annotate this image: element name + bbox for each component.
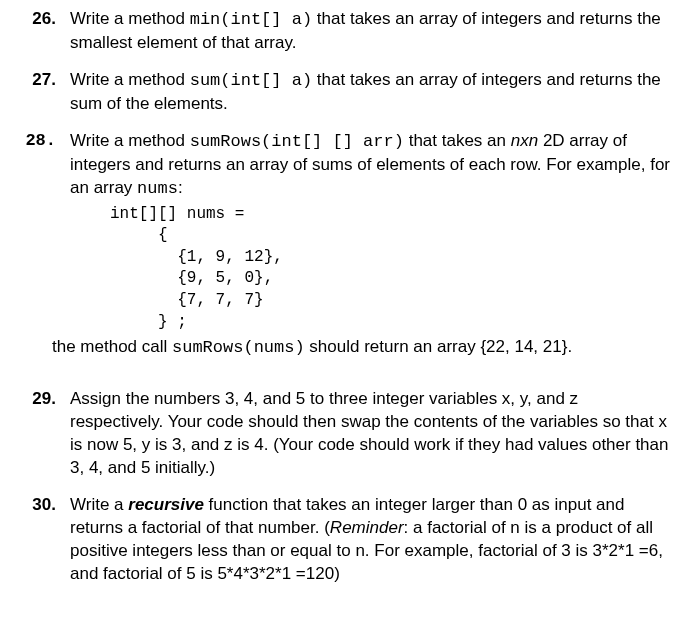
text: Write a	[70, 495, 128, 514]
question-number: 26.	[24, 8, 70, 55]
text: Write a method	[70, 70, 190, 89]
bold-italic-text: recursive	[128, 495, 204, 514]
question-number: 29.	[24, 388, 70, 480]
spacer	[24, 374, 676, 388]
question-27: 27. Write a method sum(int[] a) that tak…	[24, 69, 676, 116]
text: should return an array {22, 14, 21}.	[305, 337, 572, 356]
question-body: Assign the numbers 3, 4, and 5 to three …	[70, 388, 676, 480]
question-number: 27.	[24, 69, 70, 116]
inline-code: nums	[137, 179, 178, 198]
question-body: Write a method min(int[] a) that takes a…	[70, 8, 676, 55]
inline-code: sum(int[] a)	[190, 71, 312, 90]
inline-code: sumRows(int[] [] arr)	[190, 132, 404, 151]
code-block: int[][] nums = { {1, 9, 12}, {9, 5, 0}, …	[110, 204, 676, 334]
question-body: Write a method sum(int[] a) that takes a…	[70, 69, 676, 116]
text: Assign the numbers 3, 4, and 5 to three …	[70, 389, 669, 477]
question-28: 28. Write a method sumRows(int[] [] arr)…	[24, 130, 676, 360]
inline-code: min(int[] a)	[190, 10, 312, 29]
text: Write a method	[70, 9, 190, 28]
question-30: 30. Write a recursive function that take…	[24, 494, 676, 586]
question-body: Write a recursive function that takes an…	[70, 494, 676, 586]
question-26: 26. Write a method min(int[] a) that tak…	[24, 8, 676, 55]
text: the method call	[52, 337, 172, 356]
inline-code: sumRows(nums)	[172, 338, 305, 357]
question-number: 30.	[24, 494, 70, 586]
italic-text: Reminder	[330, 518, 404, 537]
text: :	[178, 178, 183, 197]
text: Write a method	[70, 131, 190, 150]
italic-text: nxn	[511, 131, 538, 150]
question-body: Write a method sumRows(int[] [] arr) tha…	[70, 130, 676, 360]
text: that takes an	[404, 131, 511, 150]
question-29: 29. Assign the numbers 3, 4, and 5 to th…	[24, 388, 676, 480]
question-number: 28.	[24, 130, 70, 360]
text-line: the method call sumRows(nums) should ret…	[52, 336, 676, 360]
